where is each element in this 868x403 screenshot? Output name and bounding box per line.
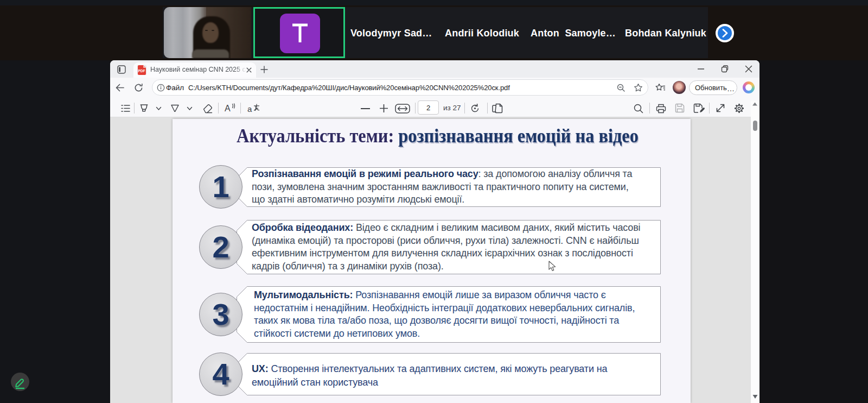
svg-text:PDF: PDF	[138, 69, 145, 73]
